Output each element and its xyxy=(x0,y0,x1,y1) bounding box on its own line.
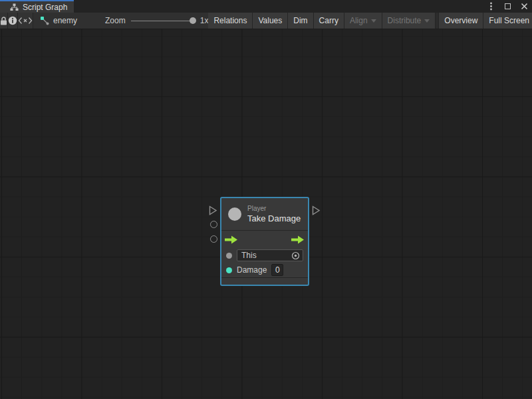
script-machine-icon xyxy=(40,16,50,25)
node-title: Take Damage xyxy=(247,213,301,223)
window-menu-button[interactable] xyxy=(485,1,496,12)
chevron-down-icon xyxy=(371,19,376,23)
flow-port-triangle-icon xyxy=(209,205,217,215)
full-screen-button[interactable]: Full Screen xyxy=(483,13,532,29)
toggle-values-preview-button[interactable] xyxy=(18,13,33,29)
zoom-control: Zoom 1x xyxy=(105,13,208,29)
graph-toolbar: enemy Zoom 1x Relations Values Dim Carry… xyxy=(0,13,532,29)
align-dropdown: Align xyxy=(344,13,382,29)
graph-breadcrumb[interactable]: enemy xyxy=(33,13,84,29)
chevron-down-icon xyxy=(424,19,430,23)
flow-input-port[interactable] xyxy=(209,205,217,218)
tab-title: Script Graph xyxy=(23,3,67,12)
damage-label: Damage xyxy=(237,265,267,275)
window-titlebar: Script Graph xyxy=(0,0,532,13)
close-icon xyxy=(521,3,528,10)
player-object-icon xyxy=(228,207,241,221)
damage-value-port[interactable] xyxy=(210,235,217,243)
damage-input-row: Damage 0 xyxy=(221,263,308,277)
window-close-button[interactable] xyxy=(519,1,529,12)
zoom-label: Zoom xyxy=(105,16,126,25)
angle-brackets-x-icon xyxy=(18,17,33,25)
relations-button[interactable]: Relations xyxy=(208,13,252,29)
node-footer xyxy=(221,277,308,285)
value-port-circle-icon xyxy=(210,235,217,243)
this-port-dot-icon[interactable] xyxy=(226,253,232,259)
damage-value-field[interactable]: 0 xyxy=(271,264,283,276)
lock-icon xyxy=(0,17,7,25)
graph-info-button[interactable] xyxy=(8,13,18,29)
toolbar-buttons: Relations Values Dim Carry Align Distrib… xyxy=(208,13,532,29)
zoom-slider-handle[interactable] xyxy=(190,17,196,24)
damage-port-dot-icon[interactable] xyxy=(226,267,232,273)
flow-in-arrow-icon[interactable] xyxy=(225,235,238,244)
take-damage-node[interactable]: Player Take Damage This xyxy=(220,197,309,286)
node-header: Player Take Damage xyxy=(221,198,308,231)
zoom-slider[interactable] xyxy=(131,17,195,25)
dim-button[interactable]: Dim xyxy=(288,13,313,29)
this-object-field[interactable]: This xyxy=(237,249,303,261)
maximize-icon xyxy=(505,3,511,9)
flow-port-row xyxy=(221,231,308,248)
info-icon xyxy=(8,16,17,25)
value-port-circle-icon xyxy=(210,221,217,228)
flow-port-triangle-icon xyxy=(312,205,321,215)
graph-name: enemy xyxy=(53,16,77,25)
this-input-row: This xyxy=(221,248,308,263)
lock-graph-button[interactable] xyxy=(0,13,8,29)
this-field-value: This xyxy=(241,251,257,260)
damage-value: 0 xyxy=(275,265,280,275)
flow-output-port[interactable] xyxy=(312,205,321,218)
carry-button[interactable]: Carry xyxy=(314,13,344,29)
toolbar-divider xyxy=(436,13,438,29)
distribute-dropdown: Distribute xyxy=(382,13,436,29)
graph-canvas[interactable]: Player Take Damage This xyxy=(0,29,532,399)
node-category: Player xyxy=(247,205,301,212)
zoom-value: 1x xyxy=(200,16,209,25)
flow-out-arrow-icon[interactable] xyxy=(291,235,305,244)
object-picker-target-icon[interactable] xyxy=(291,251,300,260)
overview-button[interactable]: Overview xyxy=(439,13,483,29)
kebab-menu-icon xyxy=(490,2,492,11)
window-maximize-button[interactable] xyxy=(502,1,513,12)
graph-icon xyxy=(10,3,19,11)
values-button[interactable]: Values xyxy=(253,13,287,29)
this-value-port[interactable] xyxy=(210,221,217,228)
tab-script-graph[interactable]: Script Graph xyxy=(0,0,74,13)
zoom-slider-track xyxy=(131,21,195,22)
